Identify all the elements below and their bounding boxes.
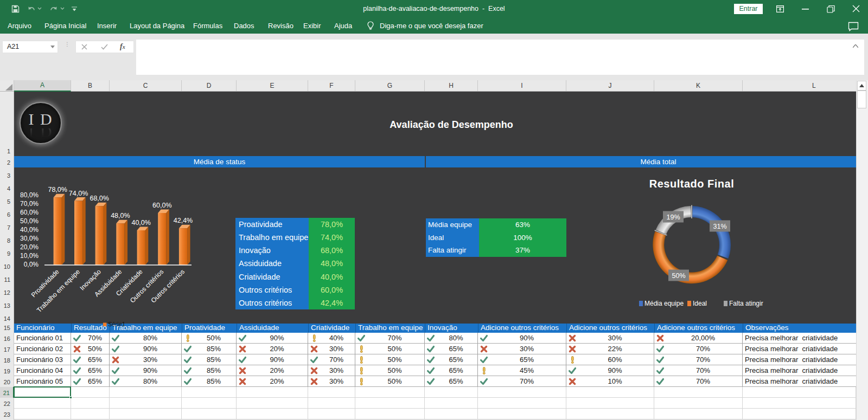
svg-text:40,0%: 40,0% — [20, 226, 39, 234]
svg-text:68,0%: 68,0% — [90, 195, 108, 202]
svg-text:Série1: Série1 — [108, 321, 125, 327]
svg-text:60,0%: 60,0% — [152, 202, 171, 209]
svg-text:40,0%: 40,0% — [131, 219, 150, 227]
svg-text:42,4%: 42,4% — [174, 217, 193, 224]
svg-text:48,0%: 48,0% — [111, 212, 130, 219]
svg-text:74,0%: 74,0% — [69, 190, 88, 197]
svg-text:78,0%: 78,0% — [48, 186, 67, 193]
svg-text:80,0%: 80,0% — [20, 191, 39, 199]
svg-text:0,0%: 0,0% — [24, 261, 39, 268]
svg-text:60,0%: 60,0% — [20, 209, 39, 216]
svg-text:20,0%: 20,0% — [20, 243, 39, 251]
svg-text:31%: 31% — [713, 223, 726, 230]
svg-text:70,0%: 70,0% — [20, 200, 39, 208]
svg-text:30,0%: 30,0% — [20, 235, 39, 242]
svg-text:50%: 50% — [672, 272, 685, 280]
svg-text:19%: 19% — [666, 214, 680, 221]
svg-text:50,0%: 50,0% — [20, 217, 39, 225]
svg-text:10,0%: 10,0% — [20, 252, 39, 260]
